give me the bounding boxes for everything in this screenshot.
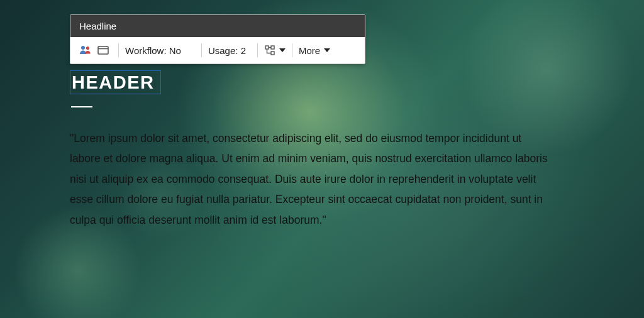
header-text: HEADER <box>72 72 154 93</box>
toolbar-actions: Workflow: No Usage: 2 <box>70 37 365 63</box>
users-icon <box>79 45 92 56</box>
usage-label: Usage: <box>208 45 238 56</box>
caret-down-icon <box>324 48 330 52</box>
svg-rect-6 <box>271 52 274 55</box>
more-dropdown[interactable]: More <box>299 45 330 56</box>
separator <box>201 43 202 57</box>
separator <box>118 43 119 57</box>
component-toolbar: Headline Workflow: No <box>70 14 365 64</box>
svg-point-0 <box>81 46 85 50</box>
svg-rect-5 <box>271 46 274 49</box>
divider <box>71 106 92 107</box>
window-icon <box>97 45 109 55</box>
body-text: "Lorem ipsum dolor sit amet, consectetur… <box>70 128 554 230</box>
svg-rect-2 <box>98 47 108 54</box>
workflow-label: Workflow: <box>125 45 167 56</box>
toolbar-title: Headline <box>70 15 365 37</box>
usage-button[interactable]: Usage: 2 <box>208 45 246 56</box>
svg-point-1 <box>86 47 89 50</box>
window-button[interactable] <box>94 41 112 59</box>
separator <box>257 43 258 57</box>
svg-rect-4 <box>265 46 269 49</box>
workflow-value: No <box>169 45 181 56</box>
header-selected[interactable]: HEADER <box>70 70 161 94</box>
caret-down-icon <box>279 48 286 52</box>
more-label: More <box>299 45 320 56</box>
tree-dropdown[interactable] <box>264 45 286 56</box>
page-content: HEADER "Lorem ipsum dolor sit amet, cons… <box>70 70 587 230</box>
tree-icon <box>264 45 275 56</box>
usage-value: 2 <box>241 45 246 56</box>
separator <box>292 43 292 57</box>
users-button[interactable] <box>77 41 94 59</box>
workflow-button[interactable]: Workflow: No <box>125 45 181 56</box>
